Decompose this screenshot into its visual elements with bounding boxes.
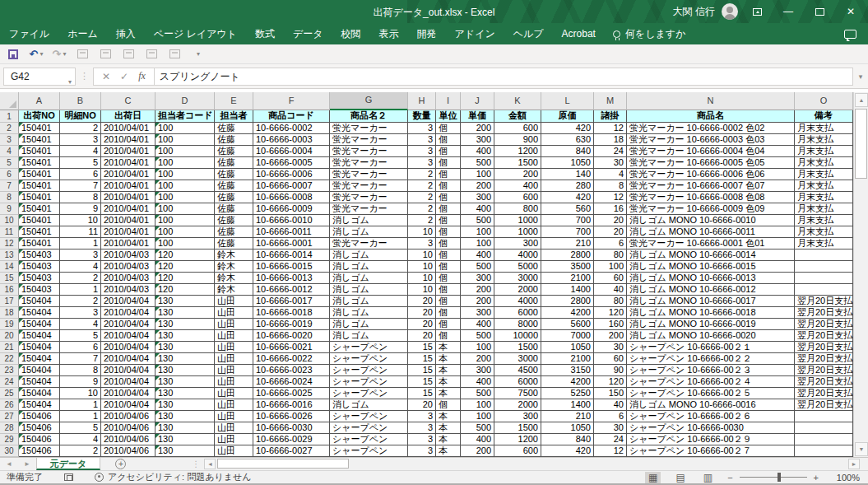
cell[interactable]: 7 [60, 353, 101, 365]
cell[interactable]: シャープペン 10-6666-00２７ [627, 445, 795, 457]
cell[interactable]: 8 [594, 180, 627, 192]
cell[interactable]: 10-6666-0001 [253, 238, 330, 249]
cell[interactable]: 佐藤 [215, 123, 253, 134]
row-header-16[interactable]: 16 [0, 284, 19, 296]
cell[interactable]: 本 [436, 353, 461, 365]
cell[interactable]: 本 [436, 434, 461, 445]
cell[interactable]: 120 [155, 284, 215, 296]
cell[interactable]: 個 [436, 226, 461, 238]
macro-record-icon[interactable] [64, 473, 73, 481]
minimize-button[interactable]: — [776, 0, 801, 23]
cell[interactable]: 山田 [215, 422, 253, 434]
cell[interactable]: 3 [60, 249, 101, 261]
cell[interactable]: シャープペン [330, 422, 408, 434]
cell[interactable]: 2100 [541, 353, 594, 365]
cell[interactable]: 1050 [541, 342, 594, 353]
cell[interactable]: 20 [594, 226, 627, 238]
cell[interactable]: 10 [408, 273, 436, 284]
cell[interactable]: 8000 [494, 319, 541, 330]
accessibility-icon[interactable] [95, 473, 104, 482]
cell[interactable]: 600 [494, 192, 541, 203]
cell[interactable]: 210 [541, 238, 594, 249]
cell[interactable]: 翌月20日支払 [795, 353, 853, 365]
cell[interactable]: 2010/04/01 [101, 157, 155, 169]
cell[interactable]: 4 [60, 261, 101, 273]
cell[interactable]: 2010/04/01 [101, 169, 155, 180]
cell[interactable]: 鈴木 [215, 249, 253, 261]
cell[interactable]: 蛍光マーカー [330, 123, 408, 134]
cell[interactable]: 2010/04/01 [101, 203, 155, 215]
cell[interactable]: 130 [155, 445, 215, 457]
cell[interactable]: 1500 [494, 157, 541, 169]
cell[interactable]: 8 [60, 192, 101, 203]
cell[interactable]: 4 [60, 146, 101, 157]
row-header-5[interactable]: 5 [0, 157, 19, 169]
cell[interactable]: 山田 [215, 307, 253, 319]
cell[interactable]: 10-6666-0020 [253, 330, 330, 342]
cell[interactable]: 300 [461, 134, 494, 146]
cell[interactable]: 120 [594, 376, 627, 388]
cell[interactable]: 150404 [19, 296, 60, 307]
cell[interactable]: 900 [494, 134, 541, 146]
cell[interactable]: 個 [436, 215, 461, 226]
cell[interactable]: 蛍光マーカー 10-6666-0009 色09 [627, 203, 795, 215]
cell[interactable]: 1500 [494, 342, 541, 353]
cell[interactable]: 300 [494, 238, 541, 249]
column-header-B[interactable]: B [60, 92, 101, 110]
cell[interactable]: 2010/04/04 [101, 376, 155, 388]
column-header-N[interactable]: N [627, 92, 795, 110]
cell[interactable]: 佐藤 [215, 169, 253, 180]
cell[interactable]: 150 [594, 388, 627, 399]
undo-icon[interactable]: ↶▾ [30, 49, 43, 60]
cell[interactable]: 120 [155, 273, 215, 284]
cell[interactable]: 個 [436, 273, 461, 284]
cell[interactable]: 蛍光マーカー [330, 134, 408, 146]
column-header-G[interactable]: G [330, 92, 408, 110]
cell[interactable]: 120 [594, 307, 627, 319]
cell[interactable]: 10-6666-0014 [253, 249, 330, 261]
accessibility-text[interactable]: アクセシビリティ: 問題ありません [108, 471, 251, 483]
cell[interactable]: 150404 [19, 376, 60, 388]
row-header-22[interactable]: 22 [0, 353, 19, 365]
column-header-F[interactable]: F [253, 92, 330, 110]
cell[interactable]: 佐藤 [215, 180, 253, 192]
cell[interactable]: 100 [155, 226, 215, 238]
ribbon-display-options-icon[interactable] [745, 0, 769, 23]
save-icon[interactable] [7, 49, 20, 60]
cell[interactable] [795, 422, 853, 434]
cell[interactable]: 10 [408, 284, 436, 296]
cell[interactable]: 翌月20日支払 [795, 330, 853, 342]
cell[interactable]: 20 [408, 307, 436, 319]
ribbon-tab-file[interactable]: ファイル [0, 23, 58, 44]
cell[interactable]: 蛍光マーカー [330, 146, 408, 157]
cell[interactable]: 本 [436, 342, 461, 353]
cell[interactable]: シャープペン [330, 353, 408, 365]
cell[interactable]: 800 [494, 203, 541, 215]
cell[interactable]: 420 [541, 445, 594, 457]
cell[interactable]: 蛍光マーカー 10-6666-0003 色03 [627, 134, 795, 146]
cell[interactable]: 1 [60, 238, 101, 249]
cell[interactable]: 10 [408, 226, 436, 238]
cell[interactable]: 個 [436, 134, 461, 146]
cell[interactable] [795, 434, 853, 445]
ribbon-tab-1[interactable]: ホーム [58, 23, 107, 44]
horizontal-scroll-track[interactable] [216, 459, 848, 469]
cell[interactable]: 蛍光マーカー 10-6666-0006 色06 [627, 169, 795, 180]
cell[interactable]: 消しゴム [330, 399, 408, 411]
cell[interactable]: 20 [408, 319, 436, 330]
cell[interactable]: 130 [155, 342, 215, 353]
cell[interactable]: 月末支払 [795, 146, 853, 157]
cell[interactable]: 2010/04/03 [101, 284, 155, 296]
cell[interactable]: 600 [494, 123, 541, 134]
cell[interactable]: 翌月20日支払 [795, 376, 853, 388]
cell[interactable]: 400 [461, 434, 494, 445]
cell[interactable]: 130 [155, 365, 215, 376]
cell[interactable]: 10-6666-0002 [253, 123, 330, 134]
cell[interactable]: 7500 [494, 388, 541, 399]
cell[interactable]: 60 [594, 273, 627, 284]
cell[interactable]: 200 [461, 123, 494, 134]
customize-qat-icon[interactable]: ▾ [191, 49, 204, 60]
cell[interactable]: 130 [155, 434, 215, 445]
cell[interactable]: 130 [155, 422, 215, 434]
cell[interactable]: 月末支払 [795, 238, 853, 249]
